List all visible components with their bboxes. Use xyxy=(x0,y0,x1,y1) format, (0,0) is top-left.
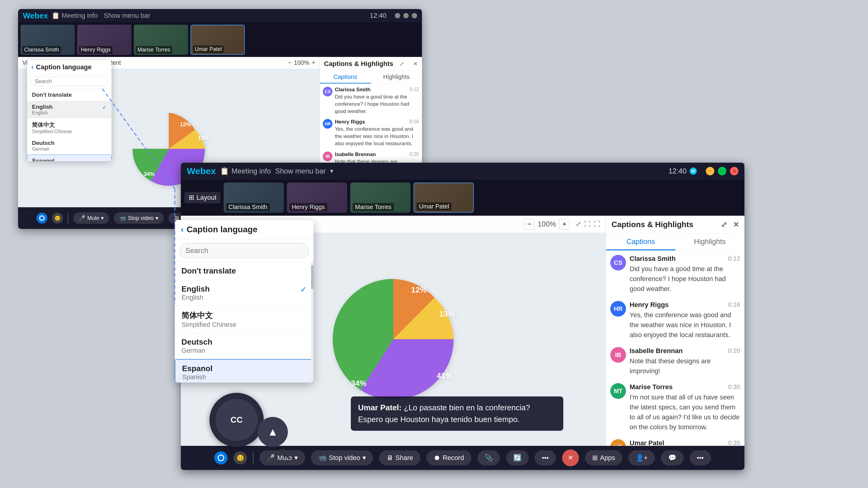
zoom-out-btn[interactable]: − xyxy=(288,59,291,66)
large-lang-header[interactable]: ‹ Caption language xyxy=(175,220,313,239)
msg-time-marise-large: 0:30 xyxy=(728,383,740,391)
msg-time-henry-small: 0:16 xyxy=(410,119,419,125)
large-record-btn[interactable]: ⏺ Record xyxy=(427,450,471,465)
person-add-icon: 👤+ xyxy=(636,454,648,462)
large-clip-btn[interactable]: 📎 xyxy=(477,450,500,465)
large-apps-btn[interactable]: ⊞ Apps xyxy=(585,450,622,465)
fit-icon[interactable]: ⤢ xyxy=(576,220,581,228)
msg-name-clarissa-small: Clarissa Smith xyxy=(335,87,370,93)
msg-body-clarissa-small: Clarissa Smith 0:12 Did you have a good … xyxy=(335,87,419,115)
large-reaction-btn[interactable]: 😊 xyxy=(234,451,247,464)
chevron-menu-icon: ▾ xyxy=(330,167,333,175)
msg-name-isabelle-large: Isabelle Brennan xyxy=(629,347,683,355)
large-refresh-btn[interactable]: 🔄 xyxy=(506,450,529,465)
cc-inner-circle: CC xyxy=(216,399,258,441)
lang-item-dont-translate-large[interactable]: Don't translate xyxy=(175,262,313,280)
small-reaction-btn[interactable]: 😊 xyxy=(52,213,63,224)
small-mute-btn[interactable]: 🎤 Mute ▾ xyxy=(73,213,109,224)
thumbnail-marise-torres[interactable]: Marise Torres xyxy=(134,25,188,55)
close-panel-icon[interactable]: ✕ xyxy=(413,61,418,67)
large-more-btn[interactable]: ••• xyxy=(535,450,556,465)
large-zoom-controls: − 100% + ⤢ ⛶ ⛶ xyxy=(524,219,600,230)
tab-highlights-small[interactable]: Highlights xyxy=(371,71,422,84)
tab-captions-small[interactable]: Captions xyxy=(320,71,371,84)
thumb-label-2: Henry Riggs xyxy=(79,46,113,54)
english-check-large: ✓ xyxy=(300,285,307,294)
lang-item-dont-translate-small[interactable]: Don't translate xyxy=(27,89,112,101)
small-meeting-info[interactable]: 📋 Meeting info xyxy=(52,12,98,20)
small-lang-search-input[interactable] xyxy=(31,77,108,86)
maximize-btn-large[interactable]: □ xyxy=(718,167,726,175)
cc-arrow-up-btn[interactable]: ▲ xyxy=(258,417,288,447)
close-btn-large[interactable]: ✕ xyxy=(730,167,738,175)
lang-item-chinese-small[interactable]: 简体中文 Simplified Chinese xyxy=(27,119,112,137)
large-thumb-clarissa[interactable]: Clarissa Smith xyxy=(224,183,284,213)
large-titlebar: Webex 📋 Meeting info Show menu bar ▾ 12:… xyxy=(181,163,744,180)
mic-icon-l: 🎤 xyxy=(267,454,275,462)
large-panel-header: Captions & Highlights ⤢ ✕ xyxy=(606,216,744,234)
large-logo: Webex xyxy=(187,166,216,176)
lang-item-espanol-large[interactable]: Espanol Spanish xyxy=(175,359,313,383)
lang-item-deutsch-small[interactable]: Deutsch German xyxy=(27,137,112,155)
message-umar-large: UP Umar Patel 0:35 xyxy=(610,439,740,446)
thumbnail-clarissa-smith[interactable]: Clarissa Smith xyxy=(21,25,75,55)
zoom-level: 100% xyxy=(294,59,309,66)
scrollbar-thumb[interactable] xyxy=(311,265,313,289)
expand-icon[interactable]: ⤢ xyxy=(400,61,404,67)
thumbnail-umar-patel[interactable]: Umar Patel xyxy=(190,25,245,55)
large-person-add-btn[interactable]: 👤+ xyxy=(628,450,655,465)
msg-header-henry-large: Henry Riggs 0:16 xyxy=(629,301,740,309)
avatar-clarissa-small: CS xyxy=(323,87,333,96)
expand-panel-btn[interactable]: ⤢ xyxy=(721,221,727,229)
cc-float-button[interactable]: CC xyxy=(210,393,264,447)
zoom-in-btn[interactable]: + xyxy=(312,59,315,66)
expand-icon-l[interactable]: ⛶ xyxy=(584,220,591,228)
chevron-up-icon: ▲ xyxy=(267,426,278,438)
close-panel-btn[interactable]: ✕ xyxy=(733,221,739,229)
large-chat-btn[interactable]: 💬 xyxy=(661,450,684,465)
msg-body-marise-large: Marise Torres 0:30 I'm not sure that all… xyxy=(629,383,740,432)
large-thumb-henry[interactable]: Henry Riggs xyxy=(287,183,347,213)
pie-label-green: 34% xyxy=(144,171,155,177)
tab-captions-large[interactable]: Captions xyxy=(606,234,675,250)
msg-header-isabelle-large: Isabelle Brennan 0:20 xyxy=(629,347,740,355)
large-share-btn[interactable]: 🖥 Share xyxy=(379,450,421,465)
zoom-out-btn-l[interactable]: − xyxy=(524,219,535,230)
large-more2-btn[interactable]: ••• xyxy=(689,450,711,465)
layout-btn[interactable]: ⊞ Layout xyxy=(184,192,221,203)
tab-highlights-large[interactable]: Highlights xyxy=(675,234,745,250)
thumbnail-henry-riggs[interactable]: Henry Riggs xyxy=(77,25,131,55)
large-thumb-umar[interactable]: Umar Patel xyxy=(413,183,474,213)
lang-item-chinese-large[interactable]: 简体中文 Simplified Chinese xyxy=(175,306,313,333)
small-stop-video-btn[interactable]: 📹 Stop video ▾ xyxy=(114,213,163,224)
close-btn[interactable] xyxy=(412,13,417,19)
zoom-in-btn-l[interactable]: + xyxy=(559,219,569,230)
large-show-menu[interactable]: Show menu bar xyxy=(275,167,326,175)
msg-name-clarissa-large: Clarissa Smith xyxy=(629,255,676,263)
lang-item-english-small[interactable]: English English ✓ xyxy=(27,101,112,119)
msg-body-umar-large: Umar Patel 0:35 xyxy=(629,439,740,446)
large-end-call-btn[interactable]: ✕ xyxy=(562,450,579,466)
chevron-down-icon-2: ▾ xyxy=(156,215,158,221)
large-caption-panel: Captions & Highlights ⤢ ✕ Captions Highl… xyxy=(606,216,744,446)
lang-item-espanol-small[interactable]: Espanol Spanish xyxy=(27,155,112,161)
refresh-icon: 🔄 xyxy=(513,454,521,462)
large-stop-video-btn[interactable]: 📹 Stop video ▾ xyxy=(311,450,373,465)
fullscreen-icon[interactable]: ⛶ xyxy=(594,220,600,228)
minimize-btn-large[interactable]: − xyxy=(706,167,714,175)
lang-item-english-large[interactable]: English English ✓ xyxy=(175,280,313,306)
minimize-btn[interactable] xyxy=(395,13,400,19)
maximize-btn[interactable] xyxy=(403,13,409,19)
small-lang-header[interactable]: ‹ Caption language xyxy=(27,60,112,74)
large-mute-btn[interactable]: 🎤 Mute ▾ xyxy=(259,450,305,465)
msg-text-marise-large: I'm not sure that all of us have seen th… xyxy=(629,392,740,432)
msg-text-clarissa-large: Did you have a good time at the conferen… xyxy=(629,264,740,294)
large-meeting-info[interactable]: 📋 Meeting info xyxy=(220,167,271,175)
message-clarissa-large: CS Clarissa Smith 0:12 Did you have a go… xyxy=(610,255,740,294)
large-lang-search-input[interactable] xyxy=(180,243,309,258)
large-caption-bubble: Umar Patel: ¿Lo pasaste bien en la confe… xyxy=(351,396,563,431)
small-show-menu[interactable]: Show menu bar xyxy=(104,12,150,20)
lang-item-deutsch-large[interactable]: Deutsch German xyxy=(175,333,313,359)
message-clarissa-small: CS Clarissa Smith 0:12 Did you have a go… xyxy=(323,87,419,115)
large-thumb-marise[interactable]: Marise Torres xyxy=(350,183,410,213)
